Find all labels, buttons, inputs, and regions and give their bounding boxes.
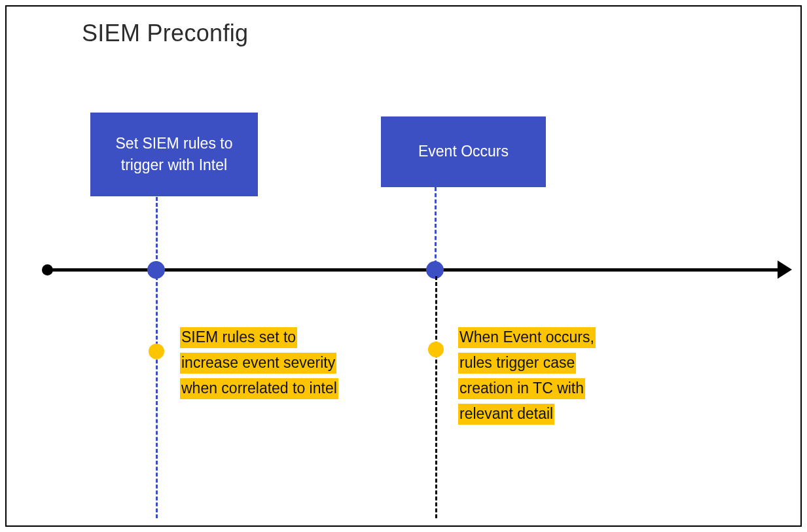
note-text: When Event occurs, rules trigger case cr… bbox=[458, 327, 596, 425]
timeline-event-note: SIEM rules set to increase event severit… bbox=[180, 325, 350, 401]
connector-line bbox=[156, 276, 158, 518]
connector-line bbox=[156, 197, 158, 265]
timeline-arrowhead-icon bbox=[778, 260, 792, 279]
timeline-event-box: Event Occurs bbox=[381, 116, 546, 187]
timeline-event-label: Set SIEM rules to trigger with Intel bbox=[98, 133, 250, 177]
timeline-event-label: Event Occurs bbox=[418, 141, 509, 162]
connector-line bbox=[435, 276, 437, 518]
note-bullet-icon bbox=[428, 342, 444, 357]
timeline-event-note: When Event occurs, rules trigger case cr… bbox=[458, 325, 628, 427]
connector-line bbox=[435, 187, 437, 264]
note-bullet-icon bbox=[149, 344, 164, 359]
diagram-frame: SIEM Preconfig Set SIEM rules to trigger… bbox=[5, 5, 802, 527]
diagram-title: SIEM Preconfig bbox=[82, 20, 248, 47]
timeline-event-box: Set SIEM rules to trigger with Intel bbox=[90, 113, 258, 196]
note-text: SIEM rules set to increase event severit… bbox=[180, 327, 338, 399]
